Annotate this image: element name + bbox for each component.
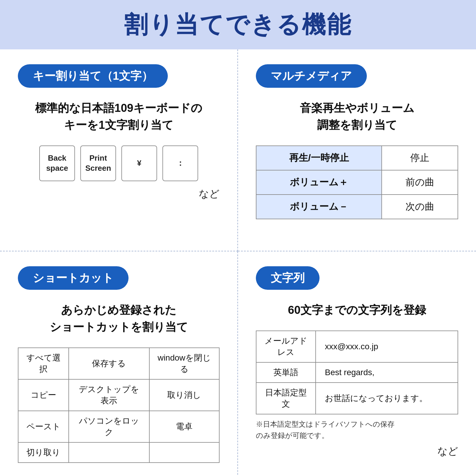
string-value: xxx@xxx.co.jp — [316, 331, 458, 362]
media-cell: 前の曲 — [382, 170, 458, 195]
string-nado: など — [256, 444, 458, 458]
key-assign-desc: 標準的な日本語109キーボードのキーを1文字割り当て — [18, 100, 220, 134]
shortcut-cell: 取り消し — [149, 379, 219, 411]
string-badge: 文字列 — [256, 266, 320, 290]
shortcut-cell: windowを閉じる — [149, 348, 219, 379]
key-assign-badge: キー割り当て（1文字） — [18, 64, 168, 88]
media-cell: ボリューム－ — [256, 195, 382, 219]
key-assign-nado: など — [18, 187, 220, 201]
media-cell: 再生/一時停止 — [256, 146, 382, 170]
key-printscreen: PrintScreen — [80, 145, 116, 181]
shortcut-cell: ペースト — [18, 411, 69, 442]
key-examples: Backspace PrintScreen ¥ ： — [18, 145, 220, 181]
table-row: ボリューム－ 次の曲 — [256, 195, 458, 219]
table-row: 日本語定型文 お世話になっております。 — [256, 383, 458, 414]
shortcut-cell: すべて選択 — [18, 348, 69, 379]
shortcut-cell: 保存する — [69, 348, 149, 379]
shortcut-cell — [149, 442, 219, 463]
shortcut-cell: デスクトップを表示 — [69, 379, 149, 411]
table-row: 英単語 Best regards, — [256, 362, 458, 383]
table-row: ボリューム＋ 前の曲 — [256, 170, 458, 195]
key-colon: ： — [162, 145, 198, 181]
multimedia-table: 再生/一時停止 停止 ボリューム＋ 前の曲 ボリューム－ 次の曲 — [256, 145, 458, 219]
section-key-assign: キー割り当て（1文字） 標準的な日本語109キーボードのキーを1文字割り当て B… — [0, 49, 238, 251]
page-title: 割り当てできる機能 — [0, 9, 476, 41]
string-table: メールアドレス xxx@xxx.co.jp 英単語 Best regards, … — [256, 331, 458, 414]
shortcut-table: すべて選択 保存する windowを閉じる コピー デスクトップを表示 取り消し… — [18, 347, 220, 463]
shortcut-badge: ショートカット — [18, 266, 129, 290]
shortcut-cell: コピー — [18, 379, 69, 411]
string-label: 英単語 — [256, 362, 316, 383]
media-cell: ボリューム＋ — [256, 170, 382, 195]
section-multimedia: マルチメディア 音楽再生やボリューム調整を割り当て 再生/一時停止 停止 ボリュ… — [238, 49, 476, 251]
string-value: Best regards, — [316, 362, 458, 383]
section-shortcut: ショートカット あらかじめ登録されたショートカットを割り当て すべて選択 保存す… — [0, 251, 238, 476]
table-row: すべて選択 保存する windowを閉じる — [18, 348, 219, 379]
shortcut-cell: 電卓 — [149, 411, 219, 442]
string-note: ※日本語定型文はドライバソフトへの保存のみ登録が可能です。 — [256, 419, 458, 441]
string-label: メールアドレス — [256, 331, 316, 362]
media-cell: 停止 — [382, 146, 458, 170]
multimedia-desc: 音楽再生やボリューム調整を割り当て — [256, 100, 458, 134]
shortcut-cell: パソコンをロック — [69, 411, 149, 442]
multimedia-badge: マルチメディア — [256, 64, 367, 88]
section-string: 文字列 60文字までの文字列を登録 メールアドレス xxx@xxx.co.jp … — [238, 251, 476, 476]
table-row: 再生/一時停止 停止 — [256, 146, 458, 170]
string-label: 日本語定型文 — [256, 383, 316, 414]
string-value: お世話になっております。 — [316, 383, 458, 414]
header: 割り当てできる機能 — [0, 0, 476, 49]
shortcut-desc: あらかじめ登録されたショートカットを割り当て — [18, 302, 220, 336]
string-desc: 60文字までの文字列を登録 — [256, 302, 458, 319]
shortcut-cell: 切り取り — [18, 442, 69, 463]
key-yen: ¥ — [121, 145, 157, 181]
table-row: 切り取り — [18, 442, 219, 463]
table-row: メールアドレス xxx@xxx.co.jp — [256, 331, 458, 362]
table-row: コピー デスクトップを表示 取り消し — [18, 379, 219, 411]
table-row: ペースト パソコンをロック 電卓 — [18, 411, 219, 442]
shortcut-cell — [69, 442, 149, 463]
key-backspace: Backspace — [39, 145, 75, 181]
media-cell: 次の曲 — [382, 195, 458, 219]
